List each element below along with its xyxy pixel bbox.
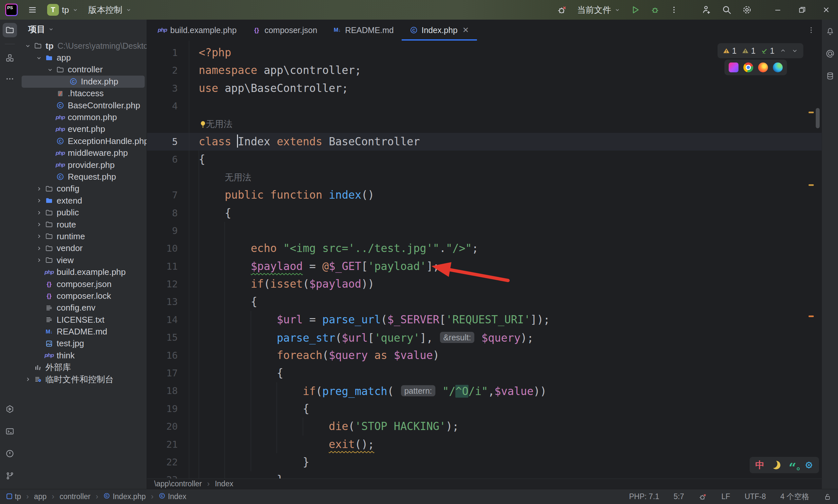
tree-item-runtime[interactable]: runtime [20, 230, 147, 242]
phpstorm-browser-icon[interactable] [729, 62, 738, 72]
edge-icon[interactable] [773, 62, 783, 72]
tab-Index.php[interactable]: CIndex.php✕ [402, 20, 477, 40]
prev-problem-button[interactable] [780, 48, 786, 54]
debugger-off-icon[interactable] [698, 492, 707, 501]
database-button[interactable] [823, 69, 837, 83]
chevron-right-icon[interactable] [34, 233, 44, 240]
status-item[interactable]: PHP: 7.1 [629, 492, 659, 501]
project-widget[interactable]: T tp [47, 4, 78, 16]
chrome-icon[interactable] [743, 62, 753, 72]
status-crumb-controller[interactable]: controller [59, 492, 91, 501]
tab-composer.json[interactable]: {}composer.json [245, 20, 325, 40]
tree-item-临时文件和控制台[interactable]: 临时文件和控制台 [20, 374, 147, 385]
status-crumb-Index.php[interactable]: CIndex.php [104, 492, 146, 501]
chevron-right-icon[interactable] [34, 256, 44, 264]
tree-item-Request.php[interactable]: CRequest.php [20, 171, 147, 183]
tab-options-button[interactable] [807, 20, 822, 40]
tree-item-provider.php[interactable]: phpprovider.php [20, 159, 147, 171]
chevron-down-icon[interactable] [34, 54, 44, 61]
debugger-disconnected-icon[interactable] [557, 4, 567, 15]
plugin-settings-icon[interactable] [802, 458, 816, 472]
status-crumb-Index[interactable]: CIndex [159, 492, 186, 501]
code-with-me-button[interactable] [701, 4, 712, 15]
tree-item-build.example.php[interactable]: phpbuild.example.php [20, 266, 147, 278]
tab-README.md[interactable]: M↓README.md [325, 20, 402, 40]
main-menu-button[interactable] [28, 5, 37, 15]
warning-stripe-mark[interactable] [808, 184, 814, 186]
git-tool-window-button[interactable] [3, 469, 17, 483]
status-item[interactable]: 5:7 [674, 492, 684, 501]
vcs-widget[interactable]: 版本控制 [88, 4, 132, 16]
chevron-right-icon[interactable] [34, 185, 44, 193]
tree-item-composer.lock[interactable]: {}composer.lock [20, 290, 147, 302]
chevron-right-icon[interactable] [34, 245, 44, 252]
tree-item-middleware.php[interactable]: phpmiddleware.php [20, 147, 147, 159]
tree-item-public[interactable]: public [20, 206, 147, 218]
breadcrumb-item[interactable]: Index [215, 480, 233, 488]
translation-quotes-icon[interactable]: “ [786, 458, 799, 472]
debug-button[interactable] [650, 5, 660, 15]
tree-item-README.md[interactable]: M↓README.md [20, 326, 147, 338]
more-actions-button[interactable] [670, 5, 678, 14]
problems-tool-window-button[interactable] [3, 446, 17, 461]
status-item[interactable]: UTF-8 [745, 492, 766, 501]
tree-item-extend[interactable]: extend [20, 195, 147, 206]
tree-item-test.jpg[interactable]: test.jpg [20, 338, 147, 349]
chevron-right-icon[interactable] [34, 197, 44, 204]
chevron-right-icon[interactable] [34, 209, 44, 216]
close-tab-icon[interactable]: ✕ [463, 25, 469, 35]
run-button[interactable] [630, 5, 640, 15]
settings-button[interactable] [742, 4, 752, 15]
minimize-button[interactable] [770, 5, 785, 14]
run-configuration-selector[interactable]: 当前文件 [577, 4, 621, 16]
maximize-button[interactable] [795, 5, 809, 14]
ai-assistant-button[interactable] [823, 47, 837, 61]
more-tool-windows-button[interactable] [3, 72, 17, 86]
status-item[interactable]: LF [721, 492, 730, 501]
chevron-right-icon[interactable] [23, 376, 33, 383]
terminal-tool-window-button[interactable] [3, 424, 17, 438]
inspections-widget[interactable]: 1 1 1 [717, 43, 803, 58]
editor-scrollbar-thumb[interactable] [816, 108, 820, 128]
next-problem-button[interactable] [791, 48, 798, 54]
tree-item-event.php[interactable]: phpevent.php [20, 123, 147, 135]
tree-item-ExceptionHandle.php[interactable]: CExceptionHandle.php [20, 135, 147, 147]
tree-item-common.php[interactable]: phpcommon.php [20, 111, 147, 123]
tree-item-config.env[interactable]: config.env [20, 302, 147, 314]
tree-item-config[interactable]: config [20, 183, 147, 195]
warning-stripe-mark[interactable] [808, 112, 814, 113]
warning-stripe-mark[interactable] [808, 316, 814, 317]
lock-open-icon[interactable] [824, 492, 832, 501]
notifications-button[interactable] [823, 24, 837, 39]
theme-moon-icon[interactable] [769, 458, 783, 472]
tree-item-tp[interactable]: tpC:\Users\yatming\Desktop\tp [20, 40, 147, 52]
status-item[interactable]: 4 个空格 [780, 491, 809, 502]
tree-item-LICENSE.txt[interactable]: LICENSE.txt [20, 314, 147, 326]
chinese-language-icon[interactable]: 中 [753, 458, 767, 472]
chevron-right-icon[interactable] [34, 221, 44, 228]
firefox-icon[interactable] [758, 62, 768, 72]
tree-item-controller[interactable]: controller [20, 64, 147, 76]
tree-item-外部库[interactable]: 外部库 [20, 362, 147, 374]
close-button[interactable] [819, 5, 834, 14]
chevron-down-icon[interactable] [45, 66, 55, 73]
tab-build.example.php[interactable]: phpbuild.example.php [150, 20, 245, 40]
breadcrumb-item[interactable]: \app\controller [154, 480, 202, 488]
status-crumb-app[interactable]: app [34, 492, 47, 501]
tree-item-view[interactable]: view [20, 254, 147, 266]
tree-item-vendor[interactable]: vendor [20, 242, 147, 254]
tree-item-composer.json[interactable]: {}composer.json [20, 278, 147, 290]
chevron-down-icon[interactable] [23, 42, 33, 50]
tree-item-.htaccess[interactable]: .htaccess [20, 88, 147, 100]
tree-item-think[interactable]: phpthink [20, 349, 147, 361]
tree-item-app[interactable]: app [20, 52, 147, 64]
tree-item-BaseController.php[interactable]: CBaseController.php [20, 100, 147, 111]
usages-hint[interactable]: 无用法 [189, 168, 251, 186]
code-editor[interactable]: 1<?php2namespace app\controller;3use app… [147, 40, 822, 479]
services-tool-window-button[interactable] [3, 402, 17, 416]
search-everywhere-button[interactable] [721, 4, 732, 15]
tree-item-route[interactable]: route [20, 219, 147, 230]
project-tool-window-button[interactable] [3, 23, 17, 37]
project-panel-header[interactable]: 项目 [20, 20, 147, 39]
tree-item-Index.php[interactable]: CIndex.php [22, 76, 145, 87]
